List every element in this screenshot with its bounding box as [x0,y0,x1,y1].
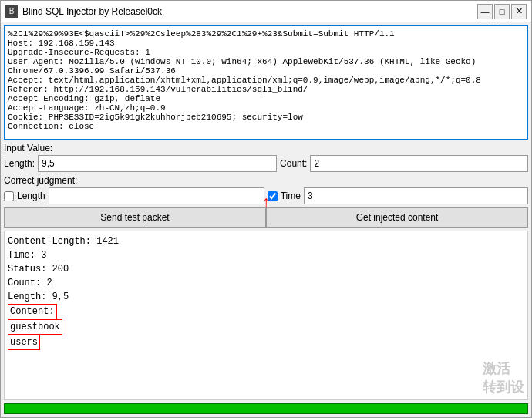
output-highlighted-guestbook: guestbook [8,319,62,335]
buttons-row: ↑ Send test packet Get injected content [4,207,528,228]
maximize-button[interactable]: □ [494,4,510,19]
length-count-row: Length: Count: [4,155,528,172]
length-label: Length: [4,158,35,169]
input-value-section: Input Value: Length: Count: [4,143,528,172]
app-icon: B [5,5,18,18]
output-line-5: Content: [8,304,524,319]
close-button[interactable]: ✕ [511,4,527,19]
length-input[interactable] [38,155,277,172]
length-cj-input[interactable] [49,187,264,204]
output-line-6: guestbook [8,319,524,335]
input-value-label: Input Value: [4,143,52,153]
length-checkbox[interactable] [4,191,14,201]
send-test-button[interactable]: Send test packet [4,207,266,228]
watermark: 激活 转到设 [483,359,524,396]
main-window: B Blind SQL Injector by Releasel0ck — □ … [0,0,532,418]
get-injected-button[interactable]: Get injected content [266,207,528,228]
arrow-indicator: ↑ [262,194,270,209]
count-input[interactable] [310,155,528,172]
count-label: Count: [280,158,307,169]
correct-judgment-label: Correct judgment: [4,175,77,186]
watermark-line1: 激活 [483,359,524,378]
title-bar-left: B Blind SQL Injector by Releasel0ck [5,5,162,18]
time-cj-input[interactable] [304,187,528,204]
input-value-row: Input Value: [4,143,528,153]
output-line-7: users [8,335,524,350]
length-cj-label: Length [17,190,45,201]
output-line-3: Count: 2 [8,276,524,290]
correct-judgment-label-row: Correct judgment: [4,175,528,186]
output-highlighted-users: users [8,335,40,350]
minimize-button[interactable]: — [477,4,493,19]
main-content: Input Value: Length: Count: Correct judg… [1,22,531,417]
http-request-textarea[interactable] [4,25,528,140]
output-line-4: Length: 9,5 [8,290,524,304]
time-cj-label: Time [281,190,301,201]
title-bar: B Blind SQL Injector by Releasel0ck — □ … [1,1,531,22]
output-highlighted-content: Content: [8,304,57,319]
progress-bar [4,403,528,414]
output-line-0: Content-Length: 1421 [8,234,524,248]
title-controls: — □ ✕ [477,4,527,19]
output-area[interactable]: Content-Length: 1421 Time: 3 Status: 200… [4,231,528,400]
output-line-1: Time: 3 [8,248,524,262]
output-line-2: Status: 200 [8,262,524,276]
watermark-line2: 转到设 [483,378,524,396]
window-title: Blind SQL Injector by Releasel0ck [22,6,162,17]
